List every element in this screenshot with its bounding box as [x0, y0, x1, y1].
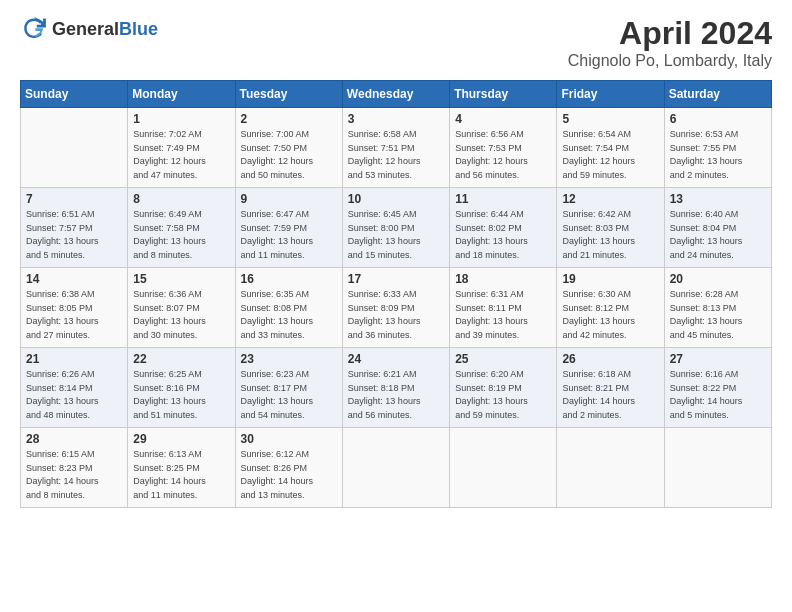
day-number: 5 — [562, 112, 658, 126]
day-info: Sunrise: 7:00 AM Sunset: 7:50 PM Dayligh… — [241, 128, 337, 182]
calendar-week-row: 1Sunrise: 7:02 AM Sunset: 7:49 PM Daylig… — [21, 108, 772, 188]
calendar-day-header: Friday — [557, 81, 664, 108]
day-info: Sunrise: 6:23 AM Sunset: 8:17 PM Dayligh… — [241, 368, 337, 422]
calendar-cell: 22Sunrise: 6:25 AM Sunset: 8:16 PM Dayli… — [128, 348, 235, 428]
calendar-week-row: 7Sunrise: 6:51 AM Sunset: 7:57 PM Daylig… — [21, 188, 772, 268]
calendar-day-header: Monday — [128, 81, 235, 108]
logo-icon — [20, 15, 48, 43]
day-info: Sunrise: 6:12 AM Sunset: 8:26 PM Dayligh… — [241, 448, 337, 502]
calendar-cell: 9Sunrise: 6:47 AM Sunset: 7:59 PM Daylig… — [235, 188, 342, 268]
main-container: GeneralBlue April 2024 Chignolo Po, Lomb… — [0, 0, 792, 518]
day-info: Sunrise: 6:28 AM Sunset: 8:13 PM Dayligh… — [670, 288, 766, 342]
day-info: Sunrise: 6:56 AM Sunset: 7:53 PM Dayligh… — [455, 128, 551, 182]
calendar-cell — [21, 108, 128, 188]
location: Chignolo Po, Lombardy, Italy — [568, 52, 772, 70]
day-number: 8 — [133, 192, 229, 206]
day-number: 15 — [133, 272, 229, 286]
day-number: 27 — [670, 352, 766, 366]
calendar-cell: 3Sunrise: 6:58 AM Sunset: 7:51 PM Daylig… — [342, 108, 449, 188]
day-info: Sunrise: 6:47 AM Sunset: 7:59 PM Dayligh… — [241, 208, 337, 262]
calendar-cell: 4Sunrise: 6:56 AM Sunset: 7:53 PM Daylig… — [450, 108, 557, 188]
calendar-cell: 13Sunrise: 6:40 AM Sunset: 8:04 PM Dayli… — [664, 188, 771, 268]
calendar-cell: 28Sunrise: 6:15 AM Sunset: 8:23 PM Dayli… — [21, 428, 128, 508]
day-number: 19 — [562, 272, 658, 286]
day-number: 25 — [455, 352, 551, 366]
day-info: Sunrise: 6:42 AM Sunset: 8:03 PM Dayligh… — [562, 208, 658, 262]
calendar-cell — [664, 428, 771, 508]
day-number: 12 — [562, 192, 658, 206]
day-info: Sunrise: 6:36 AM Sunset: 8:07 PM Dayligh… — [133, 288, 229, 342]
calendar-week-row: 14Sunrise: 6:38 AM Sunset: 8:05 PM Dayli… — [21, 268, 772, 348]
calendar-header-row: SundayMondayTuesdayWednesdayThursdayFrid… — [21, 81, 772, 108]
day-info: Sunrise: 6:16 AM Sunset: 8:22 PM Dayligh… — [670, 368, 766, 422]
day-number: 3 — [348, 112, 444, 126]
calendar-day-header: Wednesday — [342, 81, 449, 108]
logo-general: General — [52, 19, 119, 39]
calendar-cell: 16Sunrise: 6:35 AM Sunset: 8:08 PM Dayli… — [235, 268, 342, 348]
day-info: Sunrise: 6:31 AM Sunset: 8:11 PM Dayligh… — [455, 288, 551, 342]
calendar-cell: 6Sunrise: 6:53 AM Sunset: 7:55 PM Daylig… — [664, 108, 771, 188]
day-number: 21 — [26, 352, 122, 366]
calendar-cell: 19Sunrise: 6:30 AM Sunset: 8:12 PM Dayli… — [557, 268, 664, 348]
calendar-cell — [450, 428, 557, 508]
calendar-cell: 5Sunrise: 6:54 AM Sunset: 7:54 PM Daylig… — [557, 108, 664, 188]
day-info: Sunrise: 6:13 AM Sunset: 8:25 PM Dayligh… — [133, 448, 229, 502]
day-number: 28 — [26, 432, 122, 446]
calendar-cell: 25Sunrise: 6:20 AM Sunset: 8:19 PM Dayli… — [450, 348, 557, 428]
day-info: Sunrise: 6:40 AM Sunset: 8:04 PM Dayligh… — [670, 208, 766, 262]
day-info: Sunrise: 6:53 AM Sunset: 7:55 PM Dayligh… — [670, 128, 766, 182]
calendar-week-row: 21Sunrise: 6:26 AM Sunset: 8:14 PM Dayli… — [21, 348, 772, 428]
calendar-cell: 10Sunrise: 6:45 AM Sunset: 8:00 PM Dayli… — [342, 188, 449, 268]
day-info: Sunrise: 6:35 AM Sunset: 8:08 PM Dayligh… — [241, 288, 337, 342]
day-number: 14 — [26, 272, 122, 286]
calendar-cell: 30Sunrise: 6:12 AM Sunset: 8:26 PM Dayli… — [235, 428, 342, 508]
day-number: 24 — [348, 352, 444, 366]
logo: GeneralBlue — [20, 15, 158, 43]
day-number: 29 — [133, 432, 229, 446]
day-info: Sunrise: 6:18 AM Sunset: 8:21 PM Dayligh… — [562, 368, 658, 422]
calendar-cell: 18Sunrise: 6:31 AM Sunset: 8:11 PM Dayli… — [450, 268, 557, 348]
day-info: Sunrise: 6:51 AM Sunset: 7:57 PM Dayligh… — [26, 208, 122, 262]
calendar-day-header: Saturday — [664, 81, 771, 108]
day-info: Sunrise: 6:15 AM Sunset: 8:23 PM Dayligh… — [26, 448, 122, 502]
day-info: Sunrise: 6:58 AM Sunset: 7:51 PM Dayligh… — [348, 128, 444, 182]
day-number: 10 — [348, 192, 444, 206]
calendar-day-header: Thursday — [450, 81, 557, 108]
calendar-cell: 1Sunrise: 7:02 AM Sunset: 7:49 PM Daylig… — [128, 108, 235, 188]
day-info: Sunrise: 6:44 AM Sunset: 8:02 PM Dayligh… — [455, 208, 551, 262]
day-number: 17 — [348, 272, 444, 286]
logo-text: GeneralBlue — [52, 19, 158, 40]
day-info: Sunrise: 6:54 AM Sunset: 7:54 PM Dayligh… — [562, 128, 658, 182]
day-number: 11 — [455, 192, 551, 206]
calendar-cell: 15Sunrise: 6:36 AM Sunset: 8:07 PM Dayli… — [128, 268, 235, 348]
title-section: April 2024 Chignolo Po, Lombardy, Italy — [568, 15, 772, 70]
calendar-cell: 29Sunrise: 6:13 AM Sunset: 8:25 PM Dayli… — [128, 428, 235, 508]
calendar-cell: 7Sunrise: 6:51 AM Sunset: 7:57 PM Daylig… — [21, 188, 128, 268]
calendar-cell: 14Sunrise: 6:38 AM Sunset: 8:05 PM Dayli… — [21, 268, 128, 348]
calendar-table: SundayMondayTuesdayWednesdayThursdayFrid… — [20, 80, 772, 508]
day-number: 20 — [670, 272, 766, 286]
logo-blue: Blue — [119, 19, 158, 39]
calendar-cell: 21Sunrise: 6:26 AM Sunset: 8:14 PM Dayli… — [21, 348, 128, 428]
day-info: Sunrise: 6:26 AM Sunset: 8:14 PM Dayligh… — [26, 368, 122, 422]
day-number: 18 — [455, 272, 551, 286]
calendar-cell — [342, 428, 449, 508]
month-title: April 2024 — [568, 15, 772, 52]
calendar-day-header: Tuesday — [235, 81, 342, 108]
day-number: 6 — [670, 112, 766, 126]
day-number: 4 — [455, 112, 551, 126]
day-info: Sunrise: 6:38 AM Sunset: 8:05 PM Dayligh… — [26, 288, 122, 342]
day-info: Sunrise: 6:21 AM Sunset: 8:18 PM Dayligh… — [348, 368, 444, 422]
calendar-cell: 17Sunrise: 6:33 AM Sunset: 8:09 PM Dayli… — [342, 268, 449, 348]
day-number: 1 — [133, 112, 229, 126]
day-number: 9 — [241, 192, 337, 206]
day-number: 26 — [562, 352, 658, 366]
calendar-cell: 24Sunrise: 6:21 AM Sunset: 8:18 PM Dayli… — [342, 348, 449, 428]
day-info: Sunrise: 6:45 AM Sunset: 8:00 PM Dayligh… — [348, 208, 444, 262]
calendar-cell: 8Sunrise: 6:49 AM Sunset: 7:58 PM Daylig… — [128, 188, 235, 268]
day-number: 30 — [241, 432, 337, 446]
day-info: Sunrise: 6:25 AM Sunset: 8:16 PM Dayligh… — [133, 368, 229, 422]
calendar-cell: 23Sunrise: 6:23 AM Sunset: 8:17 PM Dayli… — [235, 348, 342, 428]
day-info: Sunrise: 6:30 AM Sunset: 8:12 PM Dayligh… — [562, 288, 658, 342]
day-number: 13 — [670, 192, 766, 206]
